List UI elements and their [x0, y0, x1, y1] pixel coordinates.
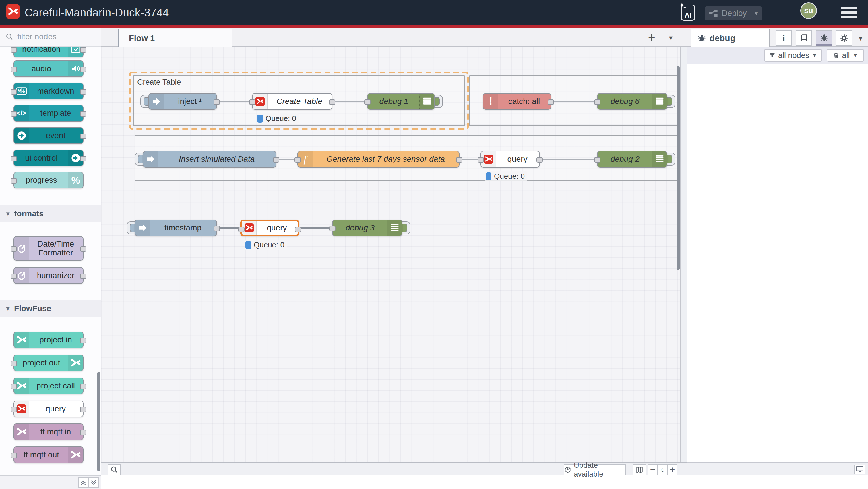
flow-node-query-3[interactable]: query: [240, 220, 299, 236]
palette-search[interactable]: filter nodes: [0, 28, 101, 47]
flow-tab[interactable]: Flow 1: [118, 29, 232, 47]
palette-section-formats[interactable]: ▾formats: [0, 205, 101, 222]
wire[interactable]: [217, 227, 240, 229]
palette-node-project-out[interactable]: project out: [13, 354, 84, 371]
output-port[interactable]: [80, 47, 86, 53]
output-port[interactable]: [456, 157, 462, 163]
input-port[interactable]: [11, 111, 17, 117]
input-port[interactable]: [594, 99, 600, 105]
zoom-in-button[interactable]: +: [668, 464, 677, 476]
add-flow-button[interactable]: +: [648, 30, 655, 44]
output-port[interactable]: [80, 156, 86, 162]
input-port[interactable]: [11, 246, 17, 252]
deploy-caret-icon[interactable]: ▼: [751, 10, 762, 17]
update-available-button[interactable]: Update available: [564, 464, 626, 476]
sidebar-help-button[interactable]: [796, 30, 812, 46]
flow-canvas[interactable]: Create Tableinject ¹Create TableQueue: 0…: [101, 47, 681, 462]
flow-node-query-2[interactable]: query: [480, 151, 540, 168]
flow-node-debug-6[interactable]: debug 6: [597, 93, 668, 110]
input-port[interactable]: [11, 178, 17, 183]
output-port[interactable]: [80, 134, 86, 139]
wire[interactable]: [299, 227, 332, 229]
flow-node-debug-2[interactable]: debug 2: [597, 151, 668, 168]
canvas-vertical-scrollbar[interactable]: [677, 66, 680, 270]
input-port[interactable]: [11, 156, 17, 162]
input-port[interactable]: [594, 157, 600, 163]
input-port[interactable]: [11, 384, 17, 389]
flow-node-debug-3[interactable]: debug 3: [332, 220, 402, 236]
palette-expand-all-button[interactable]: [88, 477, 99, 488]
palette-node-ff-mqtt-out[interactable]: ff mqtt out: [13, 447, 84, 463]
user-avatar[interactable]: su: [800, 2, 817, 19]
output-port[interactable]: [329, 99, 335, 105]
palette-node-humanizer[interactable]: humanizer: [13, 267, 84, 284]
output-port[interactable]: [80, 338, 86, 343]
output-port[interactable]: [548, 99, 554, 105]
flowfuse-logo[interactable]: [6, 4, 20, 19]
input-port[interactable]: [11, 361, 17, 366]
sidebar-config-button[interactable]: [836, 30, 852, 46]
flow-node-inject-1[interactable]: inject ¹: [148, 93, 217, 110]
input-port[interactable]: [11, 453, 17, 458]
output-port[interactable]: [536, 157, 543, 163]
output-port[interactable]: [295, 227, 301, 232]
palette-node-ui-control[interactable]: ui control: [13, 150, 84, 166]
sidebar-debug-button[interactable]: [816, 30, 832, 46]
canvas-search-button[interactable]: [107, 464, 121, 476]
input-port[interactable]: [294, 157, 301, 163]
output-port[interactable]: [80, 274, 86, 279]
palette-node-project-in[interactable]: project in: [13, 332, 84, 348]
debug-filter-button[interactable]: all nodes ▼: [764, 49, 822, 62]
input-port[interactable]: [249, 99, 255, 105]
palette-node-template[interactable]: </>template: [13, 105, 84, 121]
palette-node-query[interactable]: query: [13, 401, 84, 417]
output-port[interactable]: [80, 89, 86, 94]
flow-node-generate-function[interactable]: ƒGenerate last 7 days sensor data: [298, 151, 460, 168]
zoom-out-button[interactable]: −: [648, 464, 658, 476]
main-menu-button[interactable]: [841, 7, 857, 20]
flow-node-insert-simulated-data[interactable]: Insert simulated Data: [143, 151, 276, 168]
palette-node-progress[interactable]: %progress: [13, 172, 84, 189]
input-port[interactable]: [329, 226, 336, 231]
input-port[interactable]: [11, 67, 17, 72]
palette-node-project-call[interactable]: project call: [13, 377, 84, 394]
palette-collapse-all-button[interactable]: [78, 477, 88, 488]
deploy-button[interactable]: Deploy ▼: [705, 6, 762, 20]
sidebar-caret[interactable]: ▾: [859, 34, 862, 42]
output-port[interactable]: [214, 226, 220, 231]
ai-assistant-button[interactable]: AI: [681, 5, 695, 21]
palette-scrollbar[interactable]: [97, 372, 100, 471]
palette-node-notification[interactable]: notification: [13, 47, 84, 57]
input-port[interactable]: [11, 407, 17, 412]
output-port[interactable]: [214, 99, 220, 105]
input-port[interactable]: [11, 47, 17, 53]
open-in-window-button[interactable]: [854, 465, 865, 474]
palette-node-markdown[interactable]: markdown: [13, 83, 84, 99]
debug-clear-button[interactable]: all ▼: [827, 49, 864, 62]
output-port[interactable]: [80, 111, 86, 117]
flow-node-catch-all[interactable]: !catch: all: [483, 93, 551, 110]
input-port[interactable]: [11, 274, 17, 279]
output-port[interactable]: [80, 430, 86, 435]
output-port[interactable]: [80, 246, 86, 252]
minimap-button[interactable]: [633, 464, 646, 476]
tab-debug[interactable]: debug: [691, 29, 770, 47]
output-port[interactable]: [80, 407, 86, 412]
input-port[interactable]: [364, 99, 371, 105]
palette-node-audio[interactable]: audio: [13, 60, 84, 77]
palette-node-ff-mqtt-in[interactable]: ff mqtt in: [13, 424, 84, 440]
output-port[interactable]: [80, 384, 86, 389]
palette-node-event[interactable]: event: [13, 127, 84, 144]
flow-node-timestamp[interactable]: timestamp: [135, 220, 217, 236]
palette-node-datetime-formatter[interactable]: Date/TimeFormatter: [13, 236, 84, 261]
input-port[interactable]: [238, 227, 245, 232]
output-port[interactable]: [80, 67, 86, 72]
input-port[interactable]: [477, 157, 484, 163]
flow-node-create-table[interactable]: Create Table: [252, 93, 332, 110]
output-port[interactable]: [273, 157, 279, 163]
flow-node-debug-1[interactable]: debug 1: [367, 93, 435, 110]
flow-list-caret[interactable]: ▾: [669, 34, 673, 42]
zoom-reset-button[interactable]: ○: [658, 464, 668, 476]
palette-section-flowfuse[interactable]: ▾FlowFuse: [0, 300, 101, 317]
sidebar-info-button[interactable]: i: [776, 30, 792, 46]
